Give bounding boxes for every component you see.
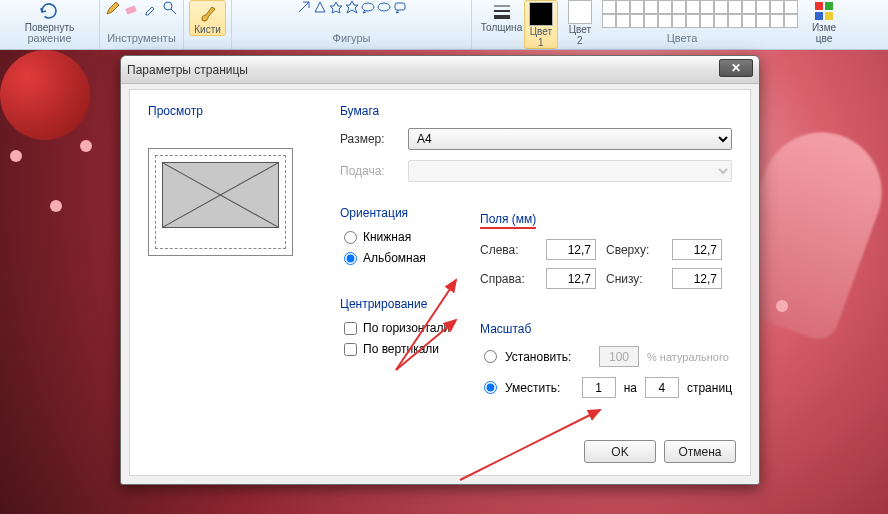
svg-point-1 — [164, 2, 172, 10]
svg-line-20 — [460, 410, 600, 480]
color1-swatch — [529, 2, 553, 26]
ok-button[interactable]: OK — [584, 440, 656, 463]
rotate-button[interactable]: Повернуть — [21, 0, 78, 33]
dialog-titlebar[interactable]: Параметры страницы ✕ — [121, 56, 759, 84]
svg-marker-3 — [315, 2, 325, 12]
edit-colors-button[interactable]: Изме цве — [808, 0, 840, 44]
pencil-icon[interactable] — [105, 0, 121, 16]
preview-box — [148, 148, 293, 256]
color2-button[interactable]: Цвет 2 — [564, 0, 596, 46]
feed-label: Подача: — [340, 164, 400, 178]
feed-combo — [408, 160, 732, 182]
margin-bottom-label: Снизу: — [606, 272, 662, 286]
svg-rect-12 — [815, 2, 823, 10]
margin-right-label: Справа: — [480, 272, 536, 286]
svg-rect-15 — [825, 12, 833, 20]
close-icon: ✕ — [731, 61, 741, 75]
svg-rect-14 — [815, 12, 823, 20]
scale-set[interactable]: Установить: % натурального — [484, 346, 732, 367]
color2-label: Цвет 2 — [569, 24, 591, 46]
ribbon-group-shapes-label: Фигуры — [333, 32, 371, 44]
svg-point-7 — [378, 3, 390, 11]
thickness-button[interactable]: Толщина — [477, 0, 526, 33]
magnifier-icon[interactable] — [162, 0, 178, 16]
page-setup-dialog: Параметры страницы ✕ Просмотр Бумага Раз… — [120, 55, 760, 485]
svg-rect-8 — [395, 3, 405, 10]
color-palette[interactable] — [602, 0, 802, 28]
svg-marker-4 — [330, 2, 342, 13]
cancel-button[interactable]: Отмена — [664, 440, 736, 463]
brushes-label: Кисти — [194, 24, 221, 35]
scale-heading: Масштаб — [480, 322, 732, 336]
paper-heading: Бумага — [340, 104, 732, 118]
margins-heading: Поля (мм) — [480, 212, 722, 229]
thickness-icon — [491, 0, 513, 22]
picker-icon[interactable] — [143, 0, 159, 16]
thickness-label: Толщина — [481, 22, 522, 33]
margin-right-input[interactable] — [546, 268, 596, 289]
ribbon-group-image-label: ражение — [27, 32, 71, 44]
color1-label: Цвет 1 — [530, 26, 552, 48]
edit-colors-label: Изме цве — [812, 22, 836, 44]
preview-heading: Просмотр — [148, 104, 318, 118]
scale-set-input — [599, 346, 639, 367]
palette-icon — [813, 0, 835, 22]
fit-width-input[interactable] — [582, 377, 616, 398]
size-combo[interactable]: A4 — [408, 128, 732, 150]
svg-rect-13 — [825, 2, 833, 10]
svg-rect-0 — [125, 5, 136, 14]
rotate-icon — [38, 0, 60, 22]
ribbon-group-colors-label: Цвета — [667, 32, 698, 44]
eraser-icon[interactable] — [124, 0, 140, 16]
margin-left-input[interactable] — [546, 239, 596, 260]
margin-top-label: Сверху: — [606, 243, 662, 257]
margin-left-label: Слева: — [480, 243, 536, 257]
brushes-button[interactable]: Кисти — [189, 0, 226, 36]
margin-bottom-input[interactable] — [672, 268, 722, 289]
svg-point-6 — [362, 3, 374, 11]
centering-heading: Центрирование — [340, 297, 732, 311]
color1-button[interactable]: Цвет 1 — [524, 0, 558, 49]
ribbon: Повернуть ражение Инструменты Кисти — [0, 0, 888, 50]
margin-top-input[interactable] — [672, 239, 722, 260]
fit-height-input[interactable] — [645, 377, 679, 398]
color2-swatch — [568, 0, 592, 24]
svg-line-2 — [171, 9, 176, 14]
brush-icon — [197, 2, 219, 24]
dialog-title: Параметры страницы — [127, 63, 248, 77]
scale-fit[interactable]: Уместить: на страниц — [484, 377, 732, 398]
ribbon-group-tools-label: Инструменты — [107, 32, 176, 44]
size-label: Размер: — [340, 132, 400, 146]
svg-marker-5 — [346, 1, 358, 13]
close-button[interactable]: ✕ — [719, 59, 753, 77]
shapes-gallery[interactable] — [297, 0, 407, 30]
